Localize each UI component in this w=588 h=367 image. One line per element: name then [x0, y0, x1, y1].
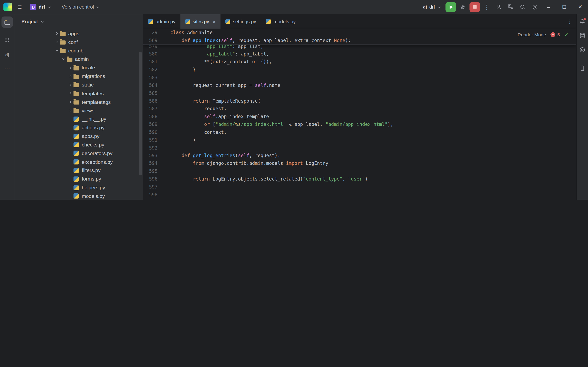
- line-number[interactable]: 591: [143, 136, 158, 144]
- line-number[interactable]: 585: [143, 89, 158, 97]
- code-line-585[interactable]: 585: [143, 89, 576, 97]
- chevron-right-icon[interactable]: [68, 83, 74, 87]
- line-number[interactable]: 588: [143, 113, 158, 121]
- code-line-584[interactable]: 584 request.current_app = self.name: [143, 82, 576, 89]
- code-line-29[interactable]: 29class AdminSite:: [143, 29, 576, 36]
- chevron-down-icon[interactable]: [61, 57, 67, 61]
- tree-item-decorators.py[interactable]: decorators.py: [14, 149, 143, 158]
- chevron-right-icon[interactable]: [68, 66, 74, 70]
- debug-button[interactable]: [458, 2, 468, 12]
- notifications-toolwindow-button[interactable]: [577, 16, 588, 27]
- tree-item-admin[interactable]: admin: [14, 55, 143, 63]
- main-menu-icon[interactable]: ≡: [17, 3, 22, 11]
- chevron-right-icon[interactable]: [68, 92, 74, 95]
- line-number[interactable]: 583: [143, 74, 158, 82]
- chevron-right-icon[interactable]: [54, 32, 60, 35]
- code-line-598[interactable]: 598: [143, 191, 576, 199]
- tree-item-filters.py[interactable]: filters.py: [14, 166, 143, 175]
- tree-item-views[interactable]: views: [14, 106, 143, 115]
- tree-item-models.py[interactable]: models.py: [14, 192, 143, 200]
- code-line-582[interactable]: 582 }: [143, 66, 576, 74]
- tree-item-conf[interactable]: conf: [14, 38, 143, 46]
- assistant-toolwindow-button[interactable]: [577, 44, 588, 56]
- tree-item-templates[interactable]: templates: [14, 89, 143, 98]
- code-line-592[interactable]: 592: [143, 144, 576, 152]
- database-toolwindow-button[interactable]: [577, 30, 588, 41]
- line-number[interactable]: 584: [143, 82, 158, 89]
- tree-item-checks.py[interactable]: checks.py: [14, 141, 143, 149]
- tab-sites.py[interactable]: sites.py×: [180, 14, 221, 29]
- tree-item-forms.py[interactable]: forms.py: [14, 175, 143, 184]
- tree-item-contrib[interactable]: contrib: [14, 46, 143, 55]
- tree-item-templatetags[interactable]: templatetags: [14, 98, 143, 106]
- chevron-right-icon[interactable]: [68, 100, 74, 104]
- tree-item-actions.py[interactable]: actions.py: [14, 123, 143, 132]
- line-number[interactable]: 594: [143, 160, 158, 167]
- project-scrollbar[interactable]: [139, 52, 142, 175]
- chevron-right-icon[interactable]: [68, 109, 74, 112]
- line-number[interactable]: 592: [143, 144, 158, 152]
- tree-item-locale[interactable]: locale: [14, 63, 143, 72]
- code-line-591[interactable]: 591 ): [143, 136, 576, 144]
- line-number[interactable]: 599: [143, 199, 158, 200]
- chevron-down-icon[interactable]: [41, 20, 44, 23]
- code-line-590[interactable]: 590 context,: [143, 128, 576, 136]
- run-button[interactable]: [445, 2, 456, 12]
- settings-button[interactable]: [529, 2, 540, 12]
- code-line-588[interactable]: 588 self.app_index_template: [143, 113, 576, 121]
- line-number[interactable]: 598: [143, 191, 158, 199]
- close-button[interactable]: ×: [572, 0, 588, 14]
- line-number[interactable]: 29: [143, 29, 158, 36]
- code-line-599[interactable]: 599class DefaultAdminSite(LazyObject):: [143, 199, 576, 200]
- code-line-569[interactable]: 569 def app_index(self, request, app_lab…: [143, 37, 576, 44]
- code-line-595[interactable]: 595: [143, 167, 576, 175]
- translate-button[interactable]: [505, 2, 516, 12]
- line-number[interactable]: 597: [143, 183, 158, 191]
- line-number[interactable]: 590: [143, 128, 158, 136]
- maximize-button[interactable]: ❐: [557, 0, 572, 14]
- code-with-me-button[interactable]: [494, 2, 504, 12]
- tree-item-helpers.py[interactable]: helpers.py: [14, 183, 143, 192]
- line-number[interactable]: 587: [143, 105, 158, 113]
- code-line-587[interactable]: 587 request,: [143, 105, 576, 113]
- code-line-589[interactable]: 589 or ["admin/%s/app_index.html" % app_…: [143, 121, 576, 128]
- line-number[interactable]: 595: [143, 167, 158, 175]
- line-number[interactable]: 581: [143, 58, 158, 66]
- django-structure-toolwindow-button[interactable]: dj: [1, 49, 13, 60]
- tree-item-static[interactable]: static: [14, 81, 143, 89]
- devices-toolwindow-button[interactable]: [577, 63, 588, 74]
- tree-item-apps[interactable]: apps: [14, 29, 143, 38]
- chevron-right-icon[interactable]: [54, 40, 60, 44]
- code-line-593[interactable]: 593 def get_log_entries(self, request):: [143, 152, 576, 160]
- search-everywhere-button[interactable]: [518, 2, 528, 12]
- chevron-down-icon[interactable]: [54, 49, 60, 52]
- project-widget[interactable]: D drf: [28, 3, 53, 11]
- code-line-580[interactable]: 580 "app_label": app_label,: [143, 50, 576, 58]
- tree-item-migrations[interactable]: migrations: [14, 72, 143, 81]
- line-number[interactable]: 596: [143, 175, 158, 183]
- code-line-596[interactable]: 596 return LogEntry.objects.select_relat…: [143, 175, 576, 183]
- tree-item-apps.py[interactable]: apps.py: [14, 132, 143, 141]
- reader-mode-label[interactable]: Reader Mode: [518, 32, 546, 37]
- line-number[interactable]: 582: [143, 66, 158, 74]
- more-actions-button[interactable]: ⋮: [481, 2, 492, 12]
- vcs-widget[interactable]: Version control: [60, 3, 102, 11]
- line-number[interactable]: 580: [143, 50, 158, 58]
- inspections-widget[interactable]: Reader Mode 5 ✓: [518, 32, 568, 38]
- stop-button[interactable]: [469, 2, 480, 12]
- tab-models.py[interactable]: models.py: [261, 14, 300, 29]
- tree-item-exceptions.py[interactable]: exceptions.py: [14, 158, 143, 166]
- tree-item-__init__.py[interactable]: __init__.py: [14, 115, 143, 123]
- code-area[interactable]: 579 "app_list": app_list,580 "app_label"…: [143, 29, 576, 200]
- more-toolwindow-button[interactable]: ⋯: [1, 63, 13, 74]
- structure-toolwindow-button[interactable]: [1, 34, 13, 46]
- code-line-597[interactable]: 597: [143, 183, 576, 191]
- error-counter[interactable]: 5: [551, 32, 560, 37]
- line-number[interactable]: 593: [143, 152, 158, 160]
- tab-admin.py[interactable]: admin.py: [143, 14, 180, 29]
- code-line-583[interactable]: 583: [143, 74, 576, 82]
- project-toolwindow-button[interactable]: [1, 17, 13, 28]
- code-line-581[interactable]: 581 **(extra_context or {}),: [143, 58, 576, 66]
- line-number[interactable]: 589: [143, 121, 158, 128]
- code-line-594[interactable]: 594 from django.contrib.admin.models imp…: [143, 160, 576, 167]
